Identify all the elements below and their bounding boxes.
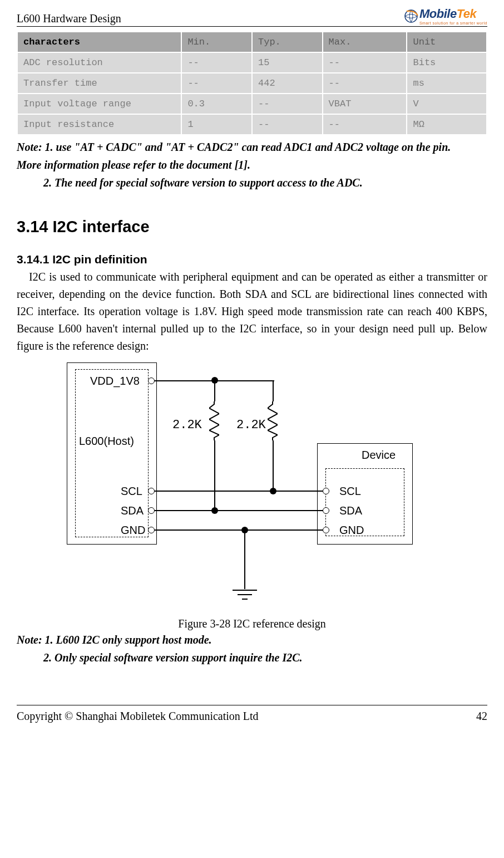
heading-3-14-1: 3.14.1 I2C pin definition <box>17 253 487 266</box>
device-dashed <box>325 468 404 536</box>
heading-3-14: 3.14 I2C interface <box>17 218 487 236</box>
r2-label: 2.2K <box>236 418 266 432</box>
wire <box>214 381 215 401</box>
wire <box>155 529 323 531</box>
pin-icon <box>148 527 155 533</box>
figure-caption: Figure 3-28 I2C reference design <box>17 617 487 630</box>
pin-icon <box>323 527 329 533</box>
adc-spec-table: characters Min. Typ. Max. Unit ADC resol… <box>17 31 487 135</box>
device-label: Device <box>362 449 396 462</box>
wire <box>155 491 323 492</box>
node-icon <box>211 507 218 514</box>
wire <box>244 531 245 589</box>
host-gnd-label: GND <box>121 524 145 537</box>
note-adc-3: 2. The need for special software version… <box>43 174 487 191</box>
pin-icon <box>323 488 329 494</box>
pin-icon <box>148 507 155 514</box>
table-row: Input voltage range 0.3 -- VBAT V <box>17 94 487 114</box>
wire <box>214 440 215 511</box>
page-footer: Copyright © Shanghai Mobiletek Communica… <box>17 705 487 723</box>
col-min: Min. <box>181 32 252 52</box>
logo-text: MobileTek <box>419 7 487 21</box>
logo-tagline: Smart solution for a smarter world <box>419 21 487 25</box>
host-label: L600(Host) <box>79 435 134 448</box>
host-scl-label: SCL <box>121 485 142 498</box>
i2c-reference-diagram: VDD_1V8 L600(Host) Device SCL SDA GND SC… <box>67 362 412 613</box>
vdd-label: VDD_1V8 <box>90 375 140 388</box>
dev-gnd-label: GND <box>339 524 364 537</box>
footer-left: Copyright © Shanghai Mobiletek Communica… <box>17 710 259 723</box>
wire <box>273 380 274 401</box>
dev-sda-label: SDA <box>339 504 362 517</box>
col-typ: Typ. <box>252 32 323 52</box>
table-header-row: characters Min. Typ. Max. Unit <box>17 32 487 52</box>
header-title: L600 Hardware Design <box>17 12 121 25</box>
table-row: Input resistance 1 -- -- MΩ <box>17 114 487 135</box>
globe-icon <box>404 9 419 23</box>
ground-icon <box>233 589 257 601</box>
resistor-icon <box>268 401 278 440</box>
resistor-icon <box>209 401 219 440</box>
col-characters: characters <box>17 32 181 52</box>
table-row: ADC resolution -- 15 -- Bits <box>17 52 487 73</box>
pin-icon <box>148 488 155 494</box>
i2c-description: I2C is used to communicate with peripher… <box>17 268 487 355</box>
pin-icon <box>323 507 329 514</box>
logo: MobileTek Smart solution for a smarter w… <box>404 7 487 25</box>
host-sda-label: SDA <box>121 504 144 517</box>
node-icon <box>270 488 276 494</box>
note-adc-1: Note: 1. use "AT + CADC" and "AT + CADC2… <box>17 139 487 155</box>
pin-icon <box>148 377 155 384</box>
col-max: Max. <box>323 32 407 52</box>
svg-point-0 <box>405 10 417 22</box>
note-i2c-2: 2. Only special software version support… <box>43 649 487 666</box>
r1-label: 2.2K <box>172 418 202 432</box>
note-adc-2: More information please refer to the doc… <box>17 156 487 173</box>
page-header: L600 Hardware Design MobileTek Smart sol… <box>17 7 487 27</box>
note-i2c-1: Note: 1. L600 I2C only support host mode… <box>17 631 487 648</box>
table-row: Transfer time -- 442 -- ms <box>17 73 487 94</box>
wire <box>273 440 274 491</box>
col-unit: Unit <box>407 32 487 52</box>
wire <box>155 510 323 511</box>
dev-scl-label: SCL <box>339 485 361 498</box>
footer-page-number: 42 <box>476 710 487 723</box>
